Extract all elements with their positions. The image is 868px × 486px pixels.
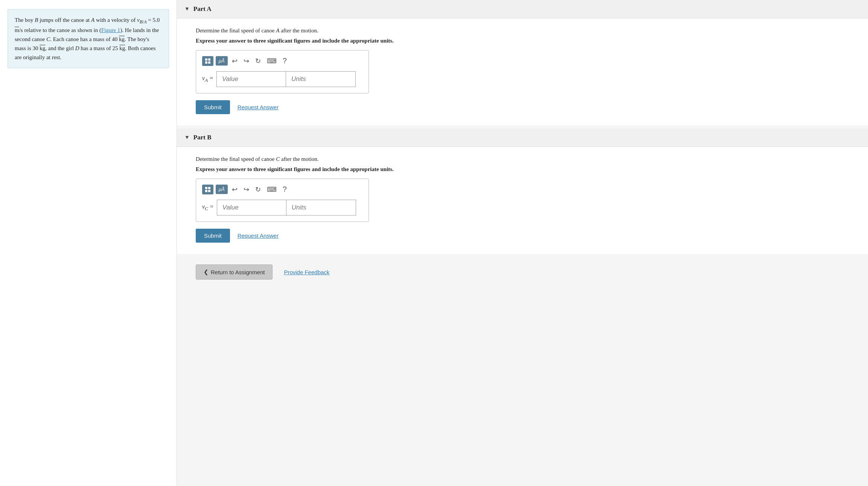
- part-a-action-row: Submit Request Answer: [196, 100, 853, 114]
- part-b-input-row: vC =: [202, 200, 362, 215]
- return-to-assignment-button[interactable]: ❮ Return to Assignment: [196, 264, 273, 280]
- part-a-keyboard-button[interactable]: ⌨: [265, 56, 279, 66]
- part-b-units-input[interactable]: [286, 200, 356, 215]
- part-a-answer-box: μÅ ↩ ↪ ↻ ⌨ ? vA =: [196, 50, 369, 93]
- part-a-mu-button[interactable]: μÅ: [216, 56, 228, 66]
- part-a-grid-button[interactable]: [202, 56, 213, 66]
- part-b-title: Part B: [193, 134, 212, 141]
- part-a-content: Determine the final speed of canoe A aft…: [177, 18, 868, 125]
- left-panel: The boy B jumps off the canoe at A with …: [0, 0, 177, 486]
- svg-rect-6: [205, 190, 207, 192]
- part-b-action-row: Submit Request Answer: [196, 229, 853, 243]
- part-a-undo-button[interactable]: ↩: [230, 56, 239, 66]
- part-a-toolbar: μÅ ↩ ↪ ↻ ⌨ ?: [202, 56, 362, 66]
- part-a-instruction: Express your answer to three significant…: [196, 38, 853, 44]
- provide-feedback-button[interactable]: Provide Feedback: [284, 269, 329, 275]
- part-b-question: Determine the final speed of canoe C aft…: [196, 156, 853, 162]
- part-b-collapse-arrow[interactable]: ▼: [184, 134, 190, 141]
- svg-rect-1: [208, 58, 210, 61]
- part-b-mu-button[interactable]: μÅ: [216, 185, 228, 194]
- svg-rect-0: [205, 58, 207, 61]
- svg-rect-4: [205, 187, 207, 189]
- part-a-header: ▼ Part A: [177, 0, 868, 18]
- svg-rect-3: [208, 61, 210, 64]
- svg-rect-7: [208, 190, 210, 192]
- problem-description: The boy B jumps off the canoe at A with …: [8, 9, 169, 68]
- part-b-request-answer-button[interactable]: Request Answer: [238, 232, 279, 239]
- part-a-collapse-arrow[interactable]: ▼: [184, 6, 190, 12]
- part-b-toolbar: μÅ ↩ ↪ ↻ ⌨ ?: [202, 184, 362, 194]
- part-a-redo-button[interactable]: ↪: [242, 56, 251, 66]
- part-b-submit-button[interactable]: Submit: [196, 229, 230, 243]
- problem-text: The boy B jumps off the canoe at A with …: [15, 15, 162, 62]
- part-b-content: Determine the final speed of canoe C aft…: [177, 147, 868, 254]
- part-b-help-button[interactable]: ?: [281, 184, 289, 194]
- bottom-bar: ❮ Return to Assignment Provide Feedback: [177, 257, 868, 289]
- part-a-units-input[interactable]: [286, 71, 356, 87]
- part-a-request-answer-button[interactable]: Request Answer: [238, 104, 279, 110]
- part-a-question: Determine the final speed of canoe A aft…: [196, 28, 853, 34]
- right-panel: ▼ Part A Determine the final speed of ca…: [177, 0, 868, 486]
- part-a-value-input[interactable]: [216, 71, 286, 87]
- part-b-keyboard-button[interactable]: ⌨: [265, 185, 279, 194]
- part-a-submit-button[interactable]: Submit: [196, 100, 230, 114]
- part-a-input-row: vA =: [202, 71, 362, 87]
- return-label: Return to Assignment: [211, 269, 265, 275]
- part-b-section: ▼ Part B Determine the final speed of ca…: [177, 128, 868, 254]
- part-b-header: ▼ Part B: [177, 128, 868, 147]
- part-b-answer-box: μÅ ↩ ↪ ↻ ⌨ ? vC =: [196, 179, 369, 222]
- svg-rect-2: [205, 61, 207, 64]
- svg-rect-5: [208, 187, 210, 189]
- part-b-redo-button[interactable]: ↪: [242, 185, 251, 194]
- part-b-undo-button[interactable]: ↩: [230, 185, 239, 194]
- return-arrow-icon: ❮: [204, 269, 209, 275]
- part-a-title: Part A: [193, 5, 212, 13]
- part-a-refresh-button[interactable]: ↻: [253, 56, 263, 66]
- part-b-grid-button[interactable]: [202, 185, 213, 194]
- part-b-refresh-button[interactable]: ↻: [253, 185, 263, 194]
- part-b-var-label: vC =: [202, 203, 214, 212]
- figure-link[interactable]: Figure 1: [101, 27, 120, 33]
- part-a-section: ▼ Part A Determine the final speed of ca…: [177, 0, 868, 125]
- part-a-help-button[interactable]: ?: [281, 56, 289, 66]
- part-b-instruction: Express your answer to three significant…: [196, 166, 853, 173]
- part-a-var-label: vA =: [202, 75, 213, 83]
- part-b-value-input[interactable]: [217, 200, 286, 215]
